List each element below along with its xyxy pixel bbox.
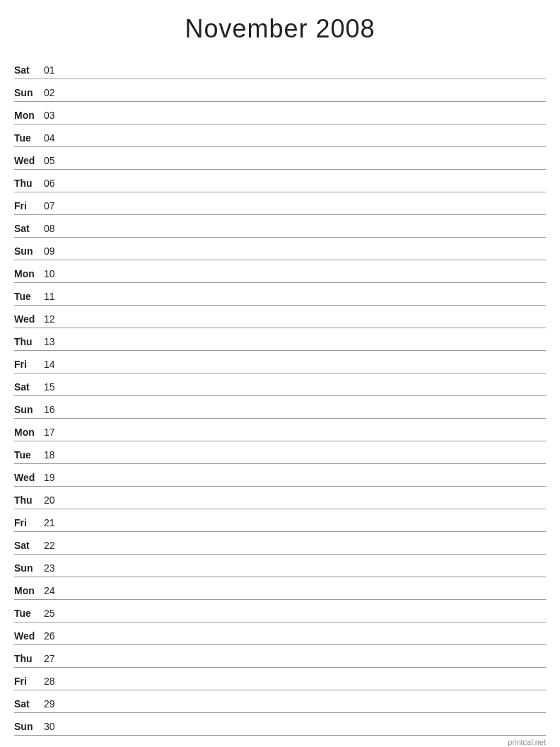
day-line xyxy=(65,144,546,145)
day-name: Thu xyxy=(14,178,44,190)
day-name: Tue xyxy=(14,132,44,145)
day-number: 27 xyxy=(44,653,65,666)
table-row: Sun30 xyxy=(14,713,546,736)
day-number: 09 xyxy=(44,245,65,258)
day-line xyxy=(65,348,546,349)
day-name: Tue xyxy=(14,449,44,462)
day-number: 11 xyxy=(44,291,65,303)
day-number: 28 xyxy=(44,676,65,688)
day-number: 10 xyxy=(44,268,65,281)
day-name: Mon xyxy=(14,585,44,598)
table-row: Tue18 xyxy=(14,441,546,464)
day-number: 12 xyxy=(44,313,65,326)
day-line xyxy=(65,439,546,439)
day-line xyxy=(65,506,546,507)
day-line xyxy=(65,461,546,462)
day-number: 14 xyxy=(44,359,65,371)
day-name: Sat xyxy=(14,223,44,236)
calendar-rows: Sat01Sun02Mon03Tue04Wed05Thu06Fri07Sat08… xyxy=(14,57,546,736)
day-line xyxy=(65,190,546,190)
day-name: Tue xyxy=(14,291,44,303)
day-line xyxy=(65,529,546,530)
day-name: Sat xyxy=(14,540,44,552)
calendar-title: November 2008 xyxy=(14,14,546,44)
day-number: 02 xyxy=(44,87,65,100)
table-row: Thu27 xyxy=(14,645,546,668)
day-number: 19 xyxy=(44,472,65,485)
day-line xyxy=(65,235,546,236)
table-row: Mon10 xyxy=(14,260,546,283)
day-number: 13 xyxy=(44,336,65,349)
day-name: Fri xyxy=(14,200,44,213)
table-row: Fri28 xyxy=(14,668,546,690)
table-row: Sat22 xyxy=(14,532,546,555)
table-row: Sun16 xyxy=(14,396,546,419)
day-number: 22 xyxy=(44,540,65,552)
day-name: Thu xyxy=(14,494,44,507)
day-number: 23 xyxy=(44,562,65,575)
day-name: Fri xyxy=(14,517,44,530)
day-line xyxy=(65,76,546,77)
day-number: 16 xyxy=(44,404,65,417)
day-number: 01 xyxy=(44,64,65,77)
table-row: Wed05 xyxy=(14,147,546,170)
table-row: Sat29 xyxy=(14,690,546,713)
day-number: 21 xyxy=(44,517,65,530)
day-number: 15 xyxy=(44,381,65,394)
table-row: Sat01 xyxy=(14,57,546,79)
table-row: Wed12 xyxy=(14,306,546,328)
table-row: Fri21 xyxy=(14,509,546,532)
day-number: 26 xyxy=(44,630,65,643)
day-number: 04 xyxy=(44,132,65,145)
day-line xyxy=(65,642,546,643)
day-number: 29 xyxy=(44,698,65,711)
table-row: Tue04 xyxy=(14,124,546,147)
day-number: 03 xyxy=(44,110,65,122)
day-number: 07 xyxy=(44,200,65,213)
table-row: Wed26 xyxy=(14,622,546,645)
table-row: Fri07 xyxy=(14,192,546,215)
day-line xyxy=(65,688,546,688)
day-line xyxy=(65,257,546,258)
day-line xyxy=(65,416,546,417)
day-name: Sun xyxy=(14,404,44,417)
day-line xyxy=(65,325,546,326)
day-line xyxy=(65,122,546,122)
day-line xyxy=(65,665,546,666)
footer-label: printcal.net xyxy=(508,738,546,746)
day-name: Sun xyxy=(14,87,44,100)
day-line xyxy=(65,597,546,598)
day-number: 17 xyxy=(44,427,65,439)
table-row: Sun09 xyxy=(14,238,546,260)
day-line xyxy=(65,484,546,485)
day-name: Wed xyxy=(14,630,44,643)
day-number: 24 xyxy=(44,585,65,598)
day-name: Sun xyxy=(14,562,44,575)
day-number: 25 xyxy=(44,608,65,620)
day-name: Wed xyxy=(14,155,44,168)
day-line xyxy=(65,393,546,394)
day-name: Fri xyxy=(14,676,44,688)
calendar-page: November 2008 Sat01Sun02Mon03Tue04Wed05T… xyxy=(0,0,560,747)
table-row: Sat15 xyxy=(14,374,546,396)
day-line xyxy=(65,710,546,711)
day-name: Sun xyxy=(14,721,44,734)
day-name: Mon xyxy=(14,268,44,281)
table-row: Thu06 xyxy=(14,170,546,192)
day-line xyxy=(65,280,546,281)
day-line xyxy=(65,212,546,213)
table-row: Mon24 xyxy=(14,577,546,600)
day-number: 05 xyxy=(44,155,65,168)
day-name: Sat xyxy=(14,64,44,77)
table-row: Fri14 xyxy=(14,351,546,374)
day-name: Wed xyxy=(14,472,44,485)
table-row: Sun23 xyxy=(14,555,546,577)
day-line xyxy=(65,574,546,575)
table-row: Sat08 xyxy=(14,215,546,238)
day-name: Mon xyxy=(14,110,44,122)
day-line xyxy=(65,733,546,734)
table-row: Tue11 xyxy=(14,283,546,306)
day-name: Sun xyxy=(14,245,44,258)
day-name: Wed xyxy=(14,313,44,326)
day-name: Thu xyxy=(14,653,44,666)
